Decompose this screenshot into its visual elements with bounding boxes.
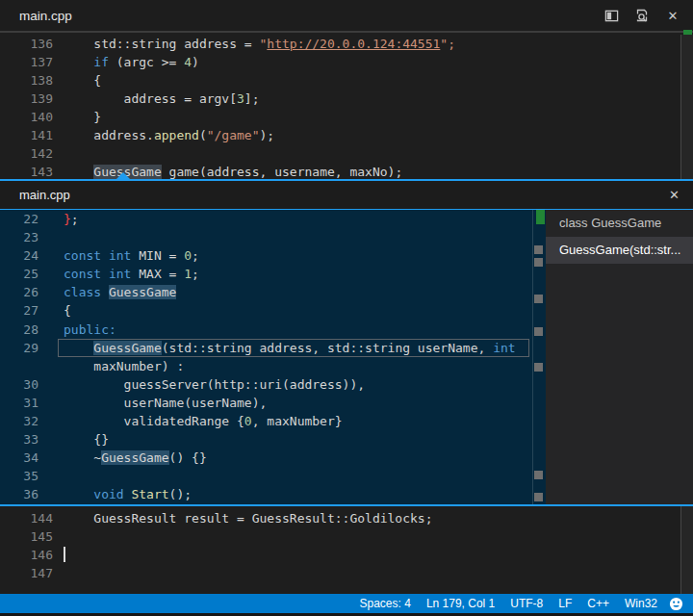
code-text: std::string address = "http://20.0.0.124… xyxy=(64,35,455,53)
line-number: 34 xyxy=(0,449,38,467)
status-item[interactable]: Ln 179, Col 1 xyxy=(419,597,502,610)
line-number: 35 xyxy=(0,467,38,485)
status-item[interactable]: LF xyxy=(551,597,579,610)
close-icon[interactable]: ✕ xyxy=(664,7,681,24)
overview-ruler-match-marker xyxy=(534,295,543,303)
editor-tab-bar: main.cpp ✕ xyxy=(0,0,693,33)
overview-ruler-green-marker xyxy=(683,30,692,35)
code-line[interactable]: 28public: xyxy=(0,321,532,339)
code-line[interactable]: 147 xyxy=(0,564,680,582)
code-line[interactable]: 143 GuessGame game(address, username, ma… xyxy=(0,163,680,179)
line-number: 29 xyxy=(0,339,38,357)
code-text: }; xyxy=(64,210,79,228)
code-text xyxy=(64,546,65,564)
line-number: 138 xyxy=(0,71,53,90)
code-line[interactable]: 34 ~GuessGame() {} xyxy=(0,449,532,467)
reference-item[interactable]: class GuessGame xyxy=(546,210,693,237)
main-scrollbar[interactable] xyxy=(681,506,693,594)
code-text: address.append("/game"); xyxy=(64,126,274,144)
tab-title[interactable]: main.cpp xyxy=(19,9,72,23)
overview-ruler-match-marker xyxy=(534,471,543,479)
code-line[interactable]: 26class GuessGame xyxy=(0,283,532,301)
code-line[interactable]: 36 void Start(); xyxy=(0,485,532,503)
code-line[interactable]: 24const int MIN = 0; xyxy=(0,246,532,265)
code-line[interactable]: 141 address.append("/game"); xyxy=(0,126,680,144)
peek-header: main.cpp ✕ xyxy=(0,181,693,209)
status-item[interactable]: Win32 xyxy=(617,597,665,610)
overview-ruler-match-marker xyxy=(534,245,543,254)
code-text: { xyxy=(64,71,101,90)
line-number: 141 xyxy=(0,126,53,144)
code-text: ~GuessGame() {} xyxy=(64,449,207,467)
code-text: {} xyxy=(64,430,109,449)
line-number: 140 xyxy=(0,108,53,126)
peek-editor[interactable]: 22};2324const int MIN = 0;25const int MA… xyxy=(0,210,532,504)
status-item[interactable]: C++ xyxy=(579,597,617,610)
code-line[interactable]: 29 GuessGame(std::string address, std::s… xyxy=(0,339,532,357)
overview-ruler-match-marker xyxy=(534,363,543,372)
code-text: void Start(); xyxy=(64,485,192,503)
smiley-feedback-icon[interactable] xyxy=(665,597,693,611)
code-line[interactable]: 140 } xyxy=(0,108,680,126)
code-text: class GuessGame xyxy=(64,283,176,301)
code-text: GuessGame(std::string address, std::stri… xyxy=(64,339,516,357)
code-line[interactable]: 137 if (argc >= 4) xyxy=(0,53,680,71)
code-line[interactable]: 139 address = argv[3]; xyxy=(0,90,680,108)
code-text: maxNumber) : xyxy=(64,357,184,375)
code-line[interactable]: 25const int MAX = 1; xyxy=(0,265,532,283)
line-number: 142 xyxy=(0,144,53,163)
code-text: userName(userName), xyxy=(64,394,267,412)
line-number: 23 xyxy=(0,228,38,246)
code-line[interactable]: 145 xyxy=(0,527,680,546)
code-text: public: xyxy=(64,321,116,339)
code-line[interactable]: 144 GuessResult result = GuessResult::Go… xyxy=(0,509,680,527)
line-number: 36 xyxy=(0,485,38,503)
overview-ruler-green-marker xyxy=(536,210,545,224)
split-editor-icon[interactable] xyxy=(603,7,620,24)
line-number: 143 xyxy=(0,163,53,179)
line-number: 137 xyxy=(0,53,53,71)
code-text: validatedRange {0, maxNumber} xyxy=(64,412,343,430)
reference-item[interactable]: GuessGame(std::str... xyxy=(546,237,693,264)
code-line[interactable]: 136 std::string address = "http://20.0.0… xyxy=(0,35,680,53)
close-icon[interactable]: ✕ xyxy=(669,188,693,202)
line-number: 136 xyxy=(0,35,53,53)
line-number: 145 xyxy=(0,527,53,546)
code-line[interactable]: 22}; xyxy=(0,210,532,228)
code-line[interactable]: 33 {} xyxy=(0,430,532,449)
code-text: const int MIN = 0; xyxy=(64,246,199,265)
vscode-window: main.cpp ✕ 136 std::string address = "ht… xyxy=(0,0,693,616)
code-text: if (argc >= 4) xyxy=(64,53,199,71)
main-editor-top[interactable]: 136 std::string address = "http://20.0.0… xyxy=(0,35,680,179)
code-line[interactable]: maxNumber) : xyxy=(0,357,532,375)
code-text: address = argv[3]; xyxy=(64,90,260,108)
code-line[interactable]: 142 xyxy=(0,144,680,163)
text-cursor xyxy=(64,547,65,562)
peek-title: main.cpp xyxy=(19,188,70,202)
peek-overview-ruler[interactable] xyxy=(532,210,546,504)
line-number: 32 xyxy=(0,412,38,430)
code-line[interactable]: 138 { xyxy=(0,71,680,90)
peek-border-bottom xyxy=(0,504,693,506)
code-line[interactable]: 35 xyxy=(0,467,532,485)
code-line[interactable]: 31 userName(userName), xyxy=(0,394,532,412)
line-number: 22 xyxy=(0,210,38,228)
line-number: 147 xyxy=(0,564,53,582)
code-line[interactable]: 27{ xyxy=(0,301,532,320)
overview-ruler-match-marker xyxy=(534,258,543,267)
code-line[interactable]: 30 guessServer(http::uri(address)), xyxy=(0,375,532,394)
status-item[interactable]: UTF-8 xyxy=(502,597,551,610)
main-editor-bottom[interactable]: 144 GuessResult result = GuessResult::Go… xyxy=(0,509,680,594)
code-text: GuessResult result = GuessResult::Goldil… xyxy=(64,509,433,527)
overview-ruler-match-marker xyxy=(534,493,543,501)
status-bar: Spaces: 4Ln 179, Col 1UTF-8LFC++Win32 xyxy=(0,594,693,613)
line-number: 146 xyxy=(0,546,53,564)
open-preview-icon[interactable] xyxy=(633,7,651,24)
editor-actions: ✕ xyxy=(603,7,693,24)
code-line[interactable]: 23 xyxy=(0,228,532,246)
code-line[interactable]: 32 validatedRange {0, maxNumber} xyxy=(0,412,532,430)
main-scrollbar[interactable] xyxy=(681,35,693,179)
status-item[interactable]: Spaces: 4 xyxy=(352,597,419,610)
code-text: } xyxy=(64,108,101,126)
code-line[interactable]: 146 xyxy=(0,546,680,564)
